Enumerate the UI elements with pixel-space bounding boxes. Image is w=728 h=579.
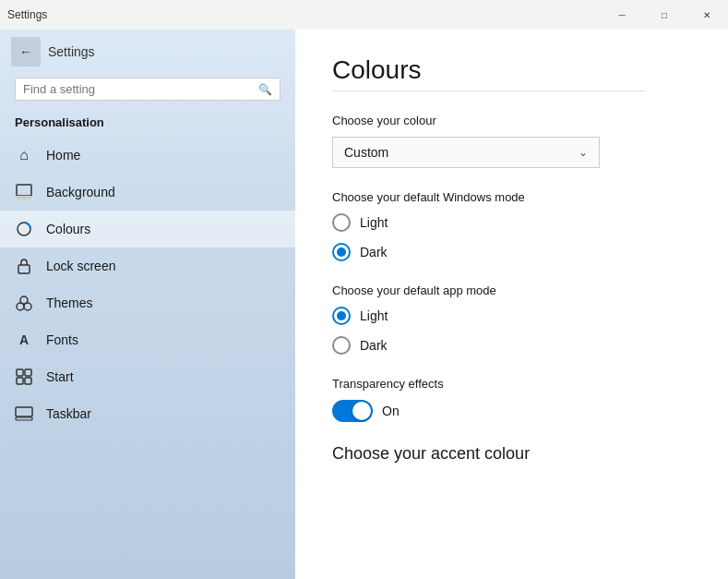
main-layout: ← Settings 🔍 Personalisation ⌂ Home Back… [0, 30, 728, 579]
radio-light-windows[interactable] [332, 213, 351, 232]
windows-mode-light[interactable]: Light [332, 213, 691, 232]
sidebar-item-taskbar[interactable]: Taskbar [0, 395, 295, 432]
svg-rect-8 [25, 369, 31, 376]
svg-rect-7 [17, 369, 23, 376]
svg-rect-11 [16, 407, 32, 416]
back-icon: ← [19, 44, 32, 59]
app-mode-group: Light Dark [332, 307, 691, 355]
svg-rect-1 [17, 196, 31, 199]
choose-colour-label: Choose your colour [332, 114, 691, 127]
sidebar-header: ← Settings [0, 30, 295, 74]
windows-mode-group: Light Dark [332, 213, 691, 261]
transparency-toggle[interactable] [332, 400, 373, 422]
radio-light-app[interactable] [332, 307, 351, 325]
transparency-label: Transparency effects [332, 377, 691, 391]
colour-dropdown[interactable]: Custom ⌄ [332, 137, 600, 168]
transparency-toggle-row: On [332, 400, 691, 422]
svg-rect-0 [17, 185, 31, 196]
sidebar-item-label-home: Home [46, 148, 80, 163]
transparency-toggle-text: On [382, 404, 400, 418]
app-dark-label: Dark [360, 338, 388, 353]
home-icon: ⌂ [15, 146, 33, 164]
window-controls: ─ □ ✕ [601, 0, 728, 30]
sidebar-item-background[interactable]: Background [0, 174, 295, 211]
sidebar-item-fonts[interactable]: A Fonts [0, 321, 295, 358]
transparency-row: Transparency effects On [332, 377, 691, 422]
windows-light-label: Light [360, 215, 388, 230]
sidebar-item-label-taskbar: Taskbar [46, 406, 91, 421]
title-bar: Settings ─ □ ✕ [0, 0, 728, 30]
app-mode-light[interactable]: Light [332, 307, 691, 325]
svg-rect-9 [17, 378, 23, 384]
back-button[interactable]: ← [11, 37, 41, 66]
app-light-label: Light [360, 308, 388, 323]
title-bar-title: Settings [7, 8, 47, 21]
svg-point-6 [20, 296, 28, 304]
start-icon [15, 368, 33, 386]
sidebar-item-label-fonts: Fonts [46, 332, 78, 347]
sidebar-title: Settings [48, 44, 95, 59]
page-title: Colours [332, 55, 691, 85]
app-mode-dark[interactable]: Dark [332, 336, 691, 355]
content-area: Colours Choose your colour Custom ⌄ Choo… [295, 30, 728, 579]
minimize-button[interactable]: ─ [601, 0, 643, 30]
radio-dark-windows[interactable] [332, 243, 351, 261]
sidebar-item-themes[interactable]: Themes [0, 284, 295, 321]
toggle-thumb [352, 402, 371, 420]
maximize-button[interactable]: □ [643, 0, 686, 30]
accent-colour-label: Choose your accent colour [332, 444, 691, 464]
sidebar-item-label-lock-screen: Lock screen [46, 259, 115, 273]
app-mode-label: Choose your default app mode [332, 283, 691, 297]
search-input[interactable] [23, 82, 253, 96]
lock-screen-icon [15, 257, 33, 275]
sidebar-item-colours[interactable]: Colours [0, 211, 295, 247]
sidebar-item-label-start: Start [46, 369, 74, 384]
windows-mode-dark[interactable]: Dark [332, 243, 691, 261]
sidebar-item-start[interactable]: Start [0, 358, 295, 395]
title-divider [332, 90, 646, 91]
chevron-down-icon: ⌄ [579, 146, 588, 159]
taskbar-icon [15, 404, 33, 423]
sidebar-item-home[interactable]: ⌂ Home [0, 137, 295, 174]
search-icon: 🔍 [258, 83, 272, 96]
personalisation-label: Personalisation [0, 112, 295, 137]
sidebar-item-label-colours: Colours [46, 222, 90, 236]
themes-icon [15, 294, 33, 312]
close-button[interactable]: ✕ [686, 0, 728, 30]
svg-rect-3 [18, 265, 30, 273]
sidebar-item-lock-screen[interactable]: Lock screen [0, 247, 295, 284]
sidebar: ← Settings 🔍 Personalisation ⌂ Home Back… [0, 30, 295, 579]
colours-icon [15, 220, 33, 238]
windows-mode-label: Choose your default Windows mode [332, 190, 691, 204]
fonts-icon: A [15, 331, 33, 349]
background-icon [15, 183, 33, 201]
sidebar-item-label-background: Background [46, 185, 115, 199]
colour-dropdown-value: Custom [344, 145, 388, 160]
sidebar-item-label-themes: Themes [46, 296, 93, 310]
search-box: 🔍 [15, 78, 280, 101]
radio-dark-app[interactable] [332, 336, 351, 355]
svg-rect-12 [16, 417, 32, 420]
colour-dropdown-wrap: Custom ⌄ [332, 137, 691, 168]
radio-dark-windows-fill [337, 247, 346, 257]
windows-dark-label: Dark [360, 245, 388, 259]
radio-light-app-fill [337, 311, 346, 320]
svg-rect-10 [25, 378, 31, 384]
